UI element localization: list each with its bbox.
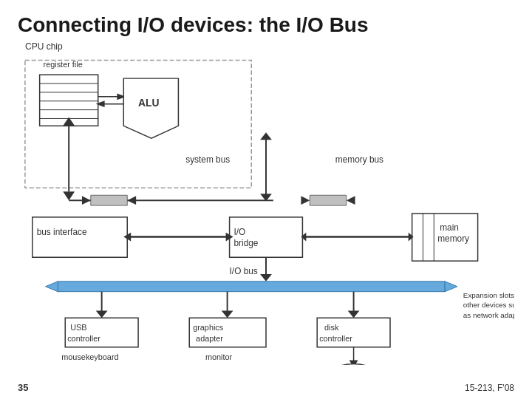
svg-marker-32	[260, 274, 272, 282]
graphics-adapter-label2: adapter	[196, 334, 223, 343]
expansion-text2: other devices such	[463, 301, 514, 309]
expansion-text: Expansion slots for	[463, 291, 514, 299]
svg-marker-41	[348, 310, 360, 318]
memory-bus-label: memory bus	[335, 154, 383, 165]
svg-marker-14	[91, 195, 127, 205]
usb-controller-label2: controller	[67, 334, 100, 343]
svg-rect-21	[230, 217, 303, 257]
svg-marker-52	[260, 132, 272, 140]
svg-rect-33	[58, 282, 445, 292]
svg-marker-18	[347, 196, 355, 205]
usb-controller-label: USB	[70, 323, 86, 332]
svg-marker-16	[82, 196, 91, 205]
course-id: 15-213, F'08	[465, 383, 514, 393]
svg-marker-34	[46, 282, 58, 292]
io-bridge-label: I/O	[234, 227, 246, 237]
svg-marker-37	[96, 310, 108, 318]
monitor-label: monitor	[205, 352, 233, 361]
svg-marker-39	[222, 310, 233, 318]
page-title: Connecting I/O devices: the I/O Bus	[18, 13, 514, 37]
slide-number: 35	[18, 382, 28, 393]
svg-rect-20	[33, 217, 127, 257]
bus-interface-label: bus interface	[37, 227, 87, 237]
svg-marker-11	[63, 191, 75, 200]
io-bridge-label2: bridge	[234, 238, 259, 248]
mousekeyboard-label: mousekeyboard	[61, 352, 118, 361]
main-memory-label: main	[440, 222, 459, 233]
diagram: register file ALU system bus memory bus	[18, 55, 514, 365]
slide: Connecting I/O devices: the I/O Bus CPU …	[0, 0, 532, 399]
disk-controller-label: disk	[324, 323, 339, 332]
register-file-label: register file	[44, 60, 83, 69]
expansion-text3: as network adapters	[463, 311, 514, 319]
graphics-adapter-label: graphics	[193, 323, 224, 332]
svg-marker-19	[301, 196, 310, 205]
svg-point-47	[338, 364, 369, 365]
cpu-chip-label: CPU chip	[25, 41, 514, 52]
svg-marker-17	[310, 195, 346, 205]
svg-marker-15	[127, 196, 136, 205]
disk-controller-label2: controller	[319, 334, 352, 343]
io-bus-label: I/O bus	[230, 266, 258, 276]
svg-marker-35	[445, 282, 457, 292]
main-memory-label2: memory	[437, 233, 469, 244]
system-bus-label: system bus	[185, 154, 230, 165]
alu-label: ALU	[138, 97, 159, 109]
